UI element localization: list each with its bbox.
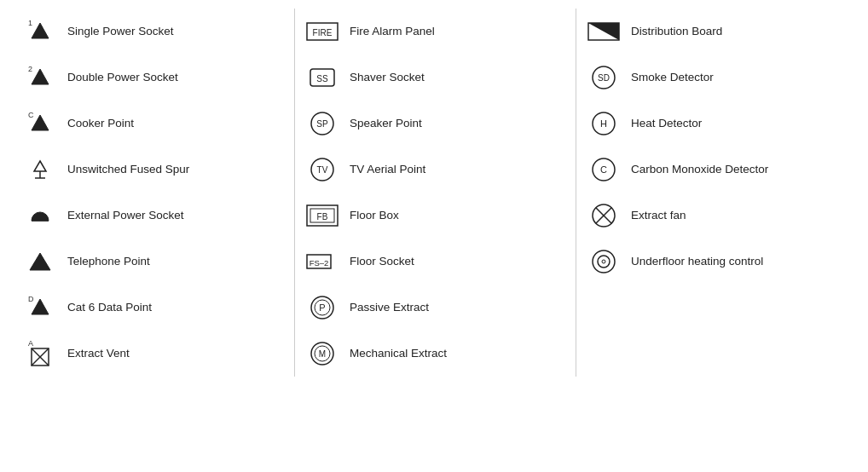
cat6-data-point-label: Cat 6 Data Point — [67, 300, 152, 315]
svg-point-48 — [598, 256, 610, 268]
extract-vent-item: A Extract Vent — [13, 331, 294, 377]
shaver-socket-label: Shaver Socket — [350, 70, 425, 85]
double-power-socket-label: Double Power Socket — [67, 70, 178, 85]
external-power-socket-item: External Power Socket — [13, 193, 294, 239]
fire-alarm-panel-symbol: FIRE — [302, 16, 343, 47]
speaker-point-symbol: SP — [302, 108, 343, 139]
co-detector-label: Carbon Monoxide Detector — [631, 162, 768, 177]
telephone-point-symbol — [20, 246, 61, 277]
svg-text:P: P — [319, 302, 325, 313]
svg-text:A: A — [28, 339, 33, 348]
distribution-board-label: Distribution Board — [631, 24, 722, 39]
svg-text:2: 2 — [28, 65, 32, 73]
shaver-socket-symbol: SS — [302, 62, 343, 93]
underfloor-heating-symbol — [583, 246, 624, 277]
floor-socket-item: FS–2 Floor Socket — [295, 239, 576, 285]
speaker-point-item: SP Speaker Point — [295, 101, 576, 147]
cat6-data-point-symbol: D — [20, 292, 61, 323]
cooker-point-item: C Cooker Point — [13, 101, 294, 147]
passive-extract-item: P Passive Extract — [295, 285, 576, 331]
unswitched-fused-spur-label: Unswitched Fused Spur — [67, 162, 189, 177]
svg-text:FB: FB — [317, 212, 328, 222]
svg-marker-3 — [32, 69, 49, 84]
floor-socket-symbol: FS–2 — [302, 246, 343, 277]
co-detector-symbol: C — [583, 154, 624, 185]
svg-marker-12 — [32, 299, 49, 314]
shaver-socket-item: SS Shaver Socket — [295, 55, 576, 101]
double-power-socket-symbol: 2 — [20, 62, 61, 93]
svg-marker-1 — [32, 23, 49, 38]
legend-column-3: Distribution Board SD Smoke Detector H H… — [576, 9, 868, 377]
svg-text:H: H — [600, 118, 607, 129]
svg-text:C: C — [600, 164, 607, 175]
unswitched-fused-spur-item: Unswitched Fused Spur — [13, 147, 294, 193]
svg-point-49 — [602, 260, 605, 263]
svg-marker-6 — [34, 161, 46, 171]
svg-point-47 — [593, 250, 615, 273]
extract-vent-label: Extract Vent — [67, 346, 130, 361]
tv-aerial-point-label: TV Aerial Point — [350, 162, 425, 177]
floor-box-label: Floor Box — [350, 208, 399, 223]
single-power-socket-symbol: 1 — [20, 16, 61, 47]
svg-marker-37 — [588, 23, 619, 40]
unswitched-fused-spur-symbol — [20, 153, 61, 187]
single-power-socket-label: Single Power Socket — [67, 24, 174, 39]
svg-text:SD: SD — [598, 73, 610, 83]
co-detector-item: C Carbon Monoxide Detector — [576, 147, 868, 193]
svg-text:C: C — [28, 111, 34, 119]
extract-fan-label: Extract fan — [631, 208, 686, 223]
smoke-detector-label: Smoke Detector — [631, 70, 714, 85]
svg-marker-5 — [32, 115, 49, 130]
floor-box-symbol: FB — [302, 200, 343, 231]
external-power-socket-label: External Power Socket — [67, 208, 184, 223]
cooker-point-label: Cooker Point — [67, 116, 134, 131]
svg-marker-10 — [30, 253, 50, 270]
telephone-point-label: Telephone Point — [67, 254, 150, 269]
telephone-point-item: Telephone Point — [13, 239, 294, 285]
heat-detector-symbol: H — [583, 108, 624, 139]
fire-alarm-panel-label: Fire Alarm Panel — [350, 24, 435, 39]
svg-text:FS–2: FS–2 — [310, 258, 329, 268]
svg-text:SP: SP — [316, 119, 328, 129]
mechanical-extract-item: M Mechanical Extract — [295, 331, 576, 377]
svg-text:1: 1 — [28, 19, 32, 27]
passive-extract-label: Passive Extract — [350, 300, 429, 315]
double-power-socket-item: 2 Double Power Socket — [13, 55, 294, 101]
svg-text:M: M — [319, 349, 326, 359]
extract-vent-symbol: A — [20, 337, 61, 371]
tv-aerial-point-symbol: TV — [302, 154, 343, 185]
legend-column-1: 1 Single Power Socket 2 Double Power Soc… — [13, 9, 294, 377]
legend-column-2: FIRE Fire Alarm Panel SS Shaver Socket S… — [294, 9, 576, 377]
mechanical-extract-label: Mechanical Extract — [350, 346, 447, 361]
cooker-point-symbol: C — [20, 108, 61, 139]
cat6-data-point-item: D Cat 6 Data Point — [13, 285, 294, 331]
fire-alarm-panel-item: FIRE Fire Alarm Panel — [295, 9, 576, 55]
single-power-socket-item: 1 Single Power Socket — [13, 9, 294, 55]
floor-socket-label: Floor Socket — [350, 254, 414, 269]
underfloor-heating-label: Underfloor heating control — [631, 254, 763, 269]
floor-box-item: FB Floor Box — [295, 193, 576, 239]
smoke-detector-item: SD Smoke Detector — [576, 55, 868, 101]
svg-text:SS: SS — [316, 74, 328, 83]
extract-fan-symbol — [583, 200, 624, 231]
svg-text:FIRE: FIRE — [313, 28, 333, 37]
speaker-point-label: Speaker Point — [350, 116, 422, 131]
extract-fan-item: Extract fan — [576, 193, 868, 239]
passive-extract-symbol: P — [302, 292, 343, 323]
tv-aerial-point-item: TV TV Aerial Point — [295, 147, 576, 193]
smoke-detector-symbol: SD — [583, 62, 624, 93]
mechanical-extract-symbol: M — [302, 338, 343, 369]
underfloor-heating-item: Underfloor heating control — [576, 239, 868, 285]
distribution-board-item: Distribution Board — [576, 9, 868, 55]
heat-detector-item: H Heat Detector — [576, 101, 868, 147]
svg-text:TV: TV — [317, 165, 328, 175]
distribution-board-symbol — [583, 16, 624, 47]
heat-detector-label: Heat Detector — [631, 116, 702, 131]
svg-text:D: D — [28, 295, 34, 303]
external-power-socket-symbol — [20, 200, 61, 231]
legend-container: 1 Single Power Socket 2 Double Power Soc… — [13, 9, 855, 377]
